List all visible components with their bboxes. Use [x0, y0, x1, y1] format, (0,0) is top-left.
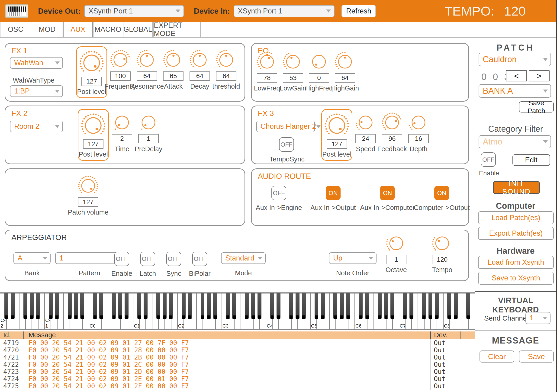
message-clear-button[interactable]: Clear	[480, 351, 514, 363]
fx1-type-select[interactable]: 1:BP	[10, 85, 63, 97]
refresh-button[interactable]: Refresh	[342, 5, 376, 17]
arp-bank-select[interactable]: A	[13, 252, 50, 264]
category-filter-select[interactable]: Atmo	[479, 135, 551, 148]
patch-name-select[interactable]: Cauldron	[479, 53, 551, 66]
black-key[interactable]	[346, 293, 350, 319]
knob-dial[interactable]	[385, 232, 407, 254]
black-key[interactable]	[226, 293, 230, 319]
tab-aux[interactable]: AUX	[63, 22, 93, 37]
black-key[interactable]	[410, 293, 413, 319]
tab-expert-mode[interactable]: EXPERT MODE	[153, 22, 201, 37]
black-key[interactable]	[144, 293, 147, 319]
black-key[interactable]	[378, 293, 382, 319]
fx1-effect-select[interactable]: WahWah	[10, 57, 63, 69]
black-key[interactable]	[384, 293, 388, 319]
knob-value-threshold[interactable]: 64	[216, 72, 236, 81]
black-key[interactable]	[188, 293, 192, 319]
knob-value-highgain[interactable]: 64	[335, 73, 355, 82]
knob-dial[interactable]	[215, 49, 237, 71]
toggle-computer-output[interactable]: ON	[434, 186, 449, 200]
toggle-enable[interactable]: OFF	[114, 252, 129, 266]
knob-value-lowgain[interactable]: 53	[283, 73, 303, 82]
knob-value-depth[interactable]: 16	[408, 134, 429, 143]
knob-dial[interactable]	[381, 111, 403, 134]
temposync-toggle[interactable]: OFF	[279, 137, 294, 152]
toggle-latch[interactable]: OFF	[140, 252, 155, 266]
black-key[interactable]	[80, 293, 84, 319]
bank-select[interactable]: BANK A	[479, 84, 551, 98]
knob-dial[interactable]	[77, 175, 99, 197]
black-key[interactable]	[466, 293, 470, 319]
save-patch-button[interactable]: Save Patch	[519, 101, 554, 113]
black-key[interactable]	[163, 293, 167, 319]
message-save-button[interactable]: Save	[519, 351, 554, 363]
tab-global[interactable]: GLOBAL	[123, 22, 153, 37]
knob-value-lowfreq[interactable]: 78	[257, 73, 277, 82]
knob-value-predelay[interactable]: 1	[138, 134, 159, 143]
black-key[interactable]	[454, 293, 458, 319]
device-in-select[interactable]: XSynth Port 1	[234, 5, 335, 17]
knob-value-post-level[interactable]: 127	[327, 139, 347, 149]
knob-value-post-level[interactable]: 127	[83, 139, 103, 149]
black-key[interactable]	[112, 293, 116, 319]
knob-dial[interactable]	[282, 50, 304, 73]
init-sound-button[interactable]: INIT SOUND	[493, 181, 540, 194]
knob-value-resonance[interactable]: 64	[137, 72, 157, 81]
knob-dial[interactable]	[137, 111, 160, 134]
knob-value-decay[interactable]: 64	[189, 72, 210, 81]
black-key[interactable]	[333, 293, 337, 319]
knob-dial[interactable]	[431, 232, 453, 254]
save-to-xsynth-button[interactable]: Save to Xsynth	[478, 272, 554, 285]
knob-value-feedback[interactable]: 96	[382, 134, 402, 143]
black-key[interactable]	[36, 293, 40, 319]
black-key[interactable]	[93, 293, 97, 319]
knob-dial[interactable]	[256, 50, 278, 73]
black-key[interactable]	[270, 293, 274, 319]
black-key[interactable]	[422, 293, 426, 319]
black-key[interactable]	[156, 293, 160, 319]
black-key[interactable]	[365, 293, 369, 319]
knob-dial[interactable]	[109, 49, 131, 71]
black-key[interactable]	[137, 293, 141, 319]
black-key[interactable]	[447, 293, 451, 319]
knob-value-tempo[interactable]: 120	[432, 255, 452, 264]
tab-osc[interactable]: OSC	[0, 22, 31, 37]
knob-dial[interactable]	[111, 111, 133, 134]
device-out-select[interactable]: XSynth Port 1	[84, 5, 184, 17]
send-channel-select[interactable]: 1	[525, 312, 550, 324]
patch-next-button[interactable]: >	[529, 70, 549, 82]
toggle-aux-in-output[interactable]: ON	[326, 186, 341, 200]
black-key[interactable]	[30, 293, 34, 319]
black-key[interactable]	[289, 293, 293, 319]
black-key[interactable]	[340, 293, 344, 319]
black-key[interactable]	[4, 293, 8, 319]
arp-note-order-select[interactable]: Up	[329, 252, 377, 264]
toggle-bipolar[interactable]: OFF	[192, 252, 207, 266]
knob-dial[interactable]	[162, 49, 184, 71]
tab-mod[interactable]: MOD	[32, 22, 62, 37]
knob-dial[interactable]	[354, 111, 377, 134]
black-key[interactable]	[99, 293, 103, 319]
black-key[interactable]	[390, 293, 394, 319]
black-key[interactable]	[257, 293, 262, 319]
knob-value-time[interactable]: 2	[112, 134, 132, 143]
knob-dial[interactable]	[308, 50, 330, 73]
patch-prev-button[interactable]: <	[506, 70, 527, 82]
knob-value-patch-volume[interactable]: 127	[78, 197, 98, 207]
black-key[interactable]	[321, 293, 325, 319]
toggle-sync[interactable]: OFF	[166, 252, 181, 266]
black-key[interactable]	[245, 293, 249, 319]
black-key[interactable]	[295, 293, 300, 319]
knob-value-speed[interactable]: 24	[355, 134, 376, 143]
toggle-aux-in-engine[interactable]: OFF	[271, 186, 286, 200]
knob-value-highfreq[interactable]: 0	[309, 73, 329, 82]
fx2-effect-select[interactable]: Room 2	[10, 121, 63, 132]
knob-dial[interactable]	[323, 112, 350, 139]
black-key[interactable]	[207, 293, 211, 319]
black-key[interactable]	[68, 293, 72, 319]
knob-value-attack[interactable]: 65	[163, 72, 183, 81]
knob-dial[interactable]	[334, 50, 356, 73]
black-key[interactable]	[74, 293, 78, 319]
black-key[interactable]	[55, 293, 59, 319]
black-key[interactable]	[213, 293, 217, 319]
